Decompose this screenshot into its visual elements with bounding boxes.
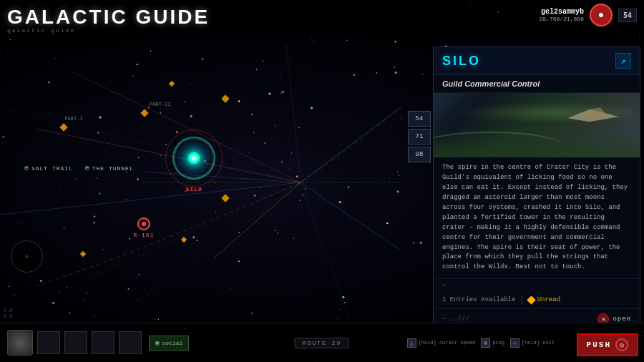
info-panel: SILO ↗ Guild Commercial Control The spir… — [433, 47, 640, 330]
push-icon: ◎ — [615, 338, 628, 351]
diamond-icon — [527, 295, 536, 305]
silo-center-label: SILO — [186, 186, 203, 192]
node-2 — [59, 123, 67, 131]
ctrl-cursor-speed: △ [hold] cursor speed — [407, 338, 476, 348]
bottom-slot-4[interactable] — [119, 331, 142, 354]
location-salt-trail[interactable]: ⊕ SALT TRAIL — [24, 164, 73, 172]
stat-btn-1[interactable]: 54 — [408, 111, 431, 127]
cursor-key-icon: △ — [407, 338, 416, 348]
svg-point-15 — [573, 116, 585, 120]
user-avatar[interactable]: ● — [590, 4, 613, 26]
bottom-bar: ▣ social ROUTE 29 △ [hold] cursor speed … — [0, 323, 644, 362]
route-label: ROUTE 29 — [295, 338, 349, 348]
player-portrait[interactable] — [7, 330, 33, 356]
social-label: social — [162, 340, 182, 346]
node-3 — [221, 194, 229, 202]
panel-subtitle: Guild Commercial Control — [434, 75, 640, 93]
cursor-speed-label: [hold] cursor speed — [419, 340, 476, 346]
svg-marker-14 — [590, 107, 608, 117]
ping-label: ping — [492, 340, 504, 346]
salt-trail-label: SALT TRAIL — [31, 165, 73, 172]
exit-label: [hold] exit — [522, 340, 555, 346]
node-4 — [221, 95, 229, 103]
ping-key-icon: ⊕ — [481, 338, 490, 348]
panel-arrow-btn[interactable]: ↗ — [615, 53, 631, 69]
panel-dash: — — [434, 279, 640, 291]
location-r161[interactable]: R-161 — [133, 217, 154, 238]
user-info: gel2sammyb 28,768/21,688 — [540, 8, 584, 22]
social-button[interactable]: ▣ social — [149, 336, 189, 351]
panel-description: The spire in the centre of Crater City i… — [434, 157, 640, 279]
ctrl-exit: ○ [hold] exit — [510, 338, 555, 348]
open-label: open — [613, 315, 631, 323]
bottom-slot-1[interactable] — [37, 331, 60, 354]
page-title: GALACTIC GUIDE — [7, 6, 210, 29]
right-buttons: 54 71 98 — [408, 111, 431, 162]
node-1 — [140, 109, 148, 117]
push-button[interactable]: PUSH ◎ — [577, 333, 638, 356]
exit-key-icon: ○ — [510, 338, 519, 348]
ctrl-ping: ⊕ ping — [481, 338, 504, 348]
central-system[interactable]: SILO — [172, 137, 215, 180]
stat-btn-3[interactable]: 98 — [408, 147, 431, 162]
user-credits: 28,768/21,688 — [540, 16, 584, 22]
user-area: gel2sammyb 28,768/21,688 ● 54 — [540, 4, 637, 26]
tunnel-label: THE TUNNEL — [92, 165, 134, 172]
node-6 — [169, 81, 175, 87]
salt-trail-icon: ⊕ — [24, 164, 29, 172]
r161-label: R-161 — [133, 232, 154, 238]
compass: ⊕ — [11, 240, 43, 273]
corner-stat: 54 — [618, 9, 637, 22]
divider — [522, 295, 522, 304]
panel-image — [434, 93, 640, 157]
panel-footer: 1 Entries Available Unread — [434, 291, 640, 309]
r161-ring — [137, 217, 150, 230]
spacecraft-image — [561, 104, 625, 132]
location-the-tunnel[interactable]: ⊕ THE TUNNEL — [85, 164, 134, 172]
action-code: ~.../// — [442, 315, 469, 323]
push-label: PUSH — [587, 341, 611, 349]
entries-text: 1 Entries Available — [442, 296, 516, 303]
username: gel2sammyb — [540, 8, 584, 16]
node-7 — [80, 251, 86, 257]
stat-btn-2[interactable]: 71 — [408, 129, 431, 145]
tunnel-icon: ⊕ — [85, 164, 89, 172]
panel-header: SILO ↗ — [434, 47, 640, 75]
unread-badge[interactable]: Unread — [528, 296, 560, 303]
node-5 — [181, 237, 187, 243]
bottom-slot-3[interactable] — [92, 331, 114, 354]
bottom-controls: △ [hold] cursor speed ⊕ ping ○ [hold] ex… — [407, 338, 555, 348]
social-icon: ▣ — [155, 339, 159, 347]
map-area[interactable]: ⊕ SALT TRAIL ⊕ THE TUNNEL SILO R-161 PAR… — [0, 39, 404, 323]
bottom-slot-2[interactable] — [64, 331, 87, 354]
panel-title: SILO — [442, 54, 481, 69]
